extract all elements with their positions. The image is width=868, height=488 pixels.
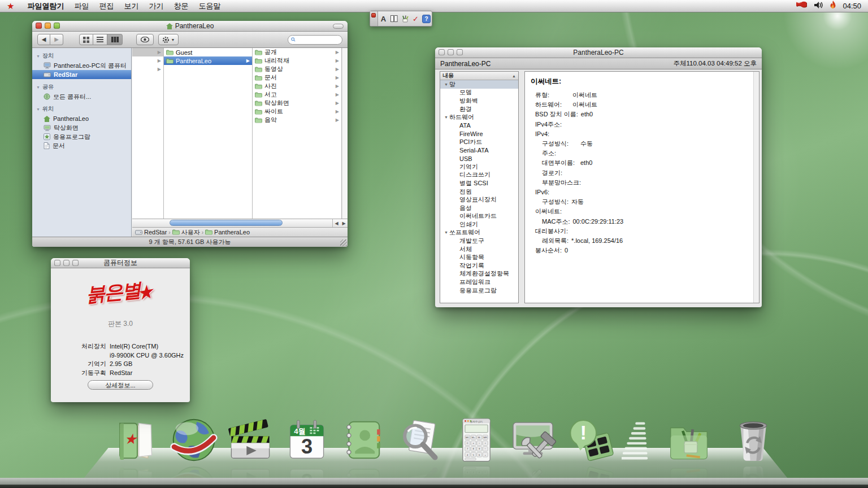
zoom-button[interactable] — [54, 23, 60, 29]
tree-item[interactable]: 전원 — [440, 188, 518, 196]
disclosure-triangle-icon[interactable]: ▼ — [444, 230, 449, 234]
sidebar-item[interactable]: 응용프로그람 — [32, 132, 131, 141]
menu-item-1[interactable]: 파일 — [69, 0, 94, 12]
tree-item[interactable]: 서체 — [440, 245, 518, 254]
tree-item[interactable]: 체계환경설정항목 — [440, 270, 518, 278]
zoom-button[interactable] — [72, 260, 79, 266]
column-row[interactable]: ▶ — [132, 65, 163, 73]
column-row[interactable]: 사진▶ — [253, 82, 341, 90]
dock-item-trash[interactable] — [728, 415, 779, 464]
more-info-button[interactable]: 상세정보... — [88, 380, 153, 390]
path-item[interactable]: RedStar — [135, 229, 167, 236]
menu-item-4[interactable]: 가기 — [144, 0, 168, 12]
disclosure-triangle-icon[interactable]: ▼ — [444, 82, 449, 86]
menu-item-3[interactable]: 보기 — [119, 0, 144, 12]
pens-tool-button[interactable] — [400, 11, 410, 26]
palette-close-icon[interactable] — [371, 13, 376, 18]
search-input[interactable] — [297, 36, 339, 43]
column-row[interactable]: Guest — [164, 48, 252, 56]
back-button[interactable]: ◀ — [37, 34, 50, 45]
tree-item[interactable]: 모뎀 — [440, 89, 518, 97]
columns-tool-button[interactable] — [389, 11, 400, 26]
action-menu-button[interactable]: ▼ — [158, 34, 179, 45]
sidebar-section-header[interactable]: ▼장치 — [32, 48, 131, 61]
column-row[interactable]: 음악▶ — [253, 116, 341, 124]
tree-item[interactable]: FireWire — [440, 130, 518, 138]
sidebar-item[interactable]: 모든 콤퓨터... — [32, 92, 131, 101]
close-button[interactable] — [36, 23, 42, 29]
sidebar-item[interactable]: 문서 — [32, 141, 131, 150]
column-row[interactable]: 내리적재▶ — [253, 56, 341, 65]
sidebar-item[interactable]: PantheraLeo — [32, 114, 131, 123]
tree-item[interactable]: 응용프로그람 — [440, 286, 518, 295]
dock-item-system-tools[interactable] — [507, 415, 558, 464]
zoom-button[interactable] — [457, 49, 463, 55]
tree-item[interactable]: PCI카드 — [440, 138, 518, 146]
check-tool-button[interactable]: ✓ — [410, 11, 421, 26]
flame-icon[interactable] — [830, 1, 836, 11]
minimize-button[interactable] — [45, 23, 51, 29]
tree-item[interactable]: 음성 — [440, 204, 518, 212]
scroll-left-icon[interactable]: ◀ — [333, 221, 340, 226]
menu-item-0[interactable]: 파일열람기 — [22, 0, 69, 12]
tree-item[interactable]: Serial-ATA — [440, 146, 518, 155]
column-row[interactable]: 싸이트▶ — [253, 107, 341, 116]
tree-item[interactable]: ▼쏘프트웨어 — [440, 229, 518, 237]
list-view-button[interactable] — [93, 34, 107, 45]
column-row[interactable]: 동영상▶ — [253, 65, 341, 73]
dock-item-file-manager[interactable]: ★★ — [112, 415, 163, 464]
minimize-button[interactable] — [63, 260, 70, 266]
file-manager-titlebar[interactable]: PantheraLeo — [32, 21, 348, 32]
red-star-logo-icon[interactable]: ★ — [7, 0, 14, 12]
tree-item[interactable]: ▼망 — [440, 80, 518, 89]
tree-header[interactable]: 내용 ▲ — [440, 72, 518, 80]
column-row[interactable]: 공개▶ — [253, 48, 341, 56]
forward-button[interactable]: ▶ — [50, 34, 63, 45]
tree-item[interactable]: 이써네트카드 — [440, 212, 518, 221]
sidebar-item[interactable]: RedStar — [32, 70, 131, 79]
volume-icon[interactable] — [814, 1, 823, 11]
sidebar-section-header[interactable]: ▼공유 — [32, 79, 131, 92]
column-row[interactable]: 탁상화면▶ — [253, 99, 341, 107]
font-tool-button[interactable]: A — [378, 11, 389, 26]
scroll-right-icon[interactable]: ▶ — [340, 221, 348, 226]
tree-item[interactable]: 프레임워크 — [440, 278, 518, 286]
tree-item[interactable]: ▼하드웨어 — [440, 113, 518, 121]
dock-item-address-book[interactable] — [338, 415, 389, 464]
icon-view-button[interactable] — [79, 34, 93, 45]
tree-item[interactable]: 영상표시장치 — [440, 195, 518, 204]
toolbar-toggle-button[interactable] — [333, 24, 344, 29]
quicklook-button[interactable] — [136, 34, 154, 45]
dock-item-diagnostics[interactable]: !! — [564, 415, 615, 464]
help-tool-button[interactable]: ? — [421, 11, 432, 26]
menu-item-6[interactable]: 도움말 — [193, 0, 225, 12]
column-row[interactable]: PantheraLeo▶ — [164, 56, 252, 65]
detail-scrollbar[interactable] — [753, 72, 759, 303]
tree-item[interactable]: 환경 — [440, 105, 518, 114]
path-item[interactable]: PantheraLeo — [205, 229, 250, 236]
tree-item[interactable]: 시동항목 — [440, 253, 518, 262]
tree-item[interactable]: 개발도구 — [440, 237, 518, 245]
tree-item[interactable]: 작업기록 — [440, 262, 518, 270]
disclosure-triangle-icon[interactable]: ▼ — [444, 115, 449, 119]
tree-item[interactable]: 기억기 — [440, 163, 518, 171]
horizontal-scrollbar[interactable]: ◀▶ — [132, 219, 348, 227]
dock-item-calendar[interactable]: 4월34월3 — [281, 415, 332, 464]
tree-item[interactable]: 방화벽 — [440, 97, 518, 105]
column-row[interactable]: ▶ — [132, 48, 163, 56]
profiler-titlebar[interactable]: PantheraLeo-PC — [435, 47, 762, 58]
tree-item[interactable]: ATA — [440, 121, 518, 130]
tree-item[interactable]: USB — [440, 154, 518, 163]
vertical-scrollbar[interactable] — [342, 48, 348, 219]
minimize-button[interactable] — [448, 49, 454, 55]
sidebar-item[interactable]: 탁상화면 — [32, 123, 131, 132]
column-view-button[interactable] — [107, 34, 123, 45]
menu-item-5[interactable]: 창문 — [168, 0, 193, 12]
close-button[interactable] — [54, 260, 60, 266]
tree-item[interactable]: 디스크쓰기 — [440, 171, 518, 180]
dock-item-movie-player[interactable] — [225, 415, 276, 464]
sidebar-item[interactable]: PantheraLeo-PC의 콤퓨터 — [32, 61, 131, 70]
tree-item[interactable]: 병렬 SCSI — [440, 179, 518, 188]
sidebar-section-header[interactable]: ▼위치 — [32, 101, 131, 114]
dock-item-utilities[interactable] — [663, 415, 714, 464]
